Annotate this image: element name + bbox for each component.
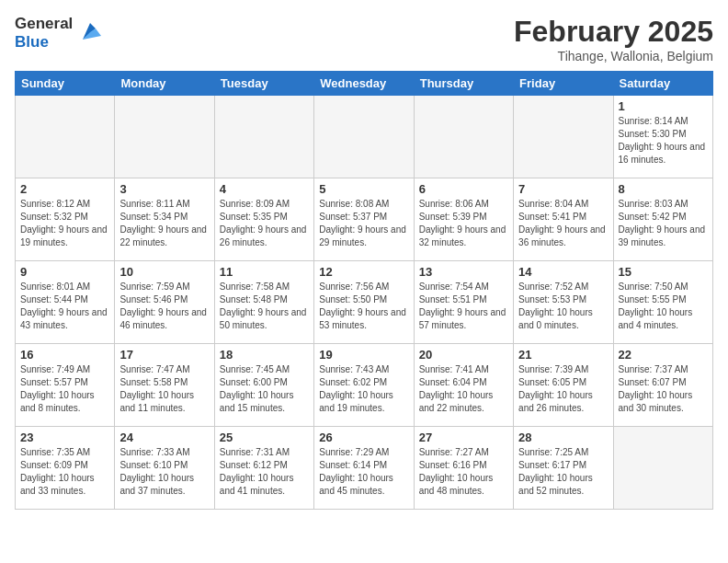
calendar-cell: 7Sunrise: 8:04 AM Sunset: 5:41 PM Daylig… [514,178,613,261]
calendar-cell: 13Sunrise: 7:54 AM Sunset: 5:51 PM Dayli… [414,261,513,344]
day-info: Sunrise: 7:52 AM Sunset: 5:53 PM Dayligh… [518,281,608,332]
day-number: 13 [419,265,508,279]
logo-general: General [15,15,73,33]
calendar-week-row: 23Sunrise: 7:35 AM Sunset: 6:09 PM Dayli… [16,427,713,510]
day-info: Sunrise: 8:06 AM Sunset: 5:39 PM Dayligh… [419,198,508,249]
day-number: 19 [319,348,408,362]
calendar-cell: 23Sunrise: 7:35 AM Sunset: 6:09 PM Dayli… [16,427,115,510]
day-info: Sunrise: 7:39 AM Sunset: 6:05 PM Dayligh… [518,363,608,415]
calendar-cell [613,427,712,510]
calendar-cell: 16Sunrise: 7:49 AM Sunset: 5:57 PM Dayli… [16,344,115,427]
calendar-week-row: 2Sunrise: 8:12 AM Sunset: 5:32 PM Daylig… [16,178,713,261]
calendar-cell [514,96,613,178]
day-number: 8 [619,182,708,196]
calendar-week-row: 1Sunrise: 8:14 AM Sunset: 5:30 PM Daylig… [16,96,713,178]
calendar-cell: 6Sunrise: 8:06 AM Sunset: 5:39 PM Daylig… [414,178,513,261]
calendar-cell: 15Sunrise: 7:50 AM Sunset: 5:55 PM Dayli… [613,261,712,344]
calendar-cell [314,96,414,178]
day-info: Sunrise: 7:31 AM Sunset: 6:12 PM Dayligh… [220,446,309,498]
day-info: Sunrise: 7:27 AM Sunset: 6:16 PM Dayligh… [419,446,508,498]
page-header: General Blue February 2025 Tihange, Wall… [15,15,713,63]
calendar-cell [214,96,313,178]
day-number: 17 [119,348,209,362]
day-info: Sunrise: 7:29 AM Sunset: 6:14 PM Dayligh… [319,446,408,498]
day-info: Sunrise: 7:56 AM Sunset: 5:50 PM Dayligh… [319,281,408,332]
day-info: Sunrise: 7:45 AM Sunset: 6:00 PM Dayligh… [220,363,309,415]
col-header-thursday: Thursday [414,72,513,96]
day-number: 26 [319,431,408,444]
day-number: 1 [619,99,708,113]
calendar-cell: 11Sunrise: 7:58 AM Sunset: 5:48 PM Dayli… [214,261,313,344]
day-info: Sunrise: 7:54 AM Sunset: 5:51 PM Dayligh… [419,281,508,332]
calendar-cell: 5Sunrise: 8:08 AM Sunset: 5:37 PM Daylig… [314,178,414,261]
day-info: Sunrise: 7:49 AM Sunset: 5:57 PM Dayligh… [20,363,109,415]
calendar-cell: 3Sunrise: 8:11 AM Sunset: 5:34 PM Daylig… [115,178,214,261]
day-number: 5 [319,182,408,196]
day-number: 25 [220,431,309,444]
calendar-cell: 26Sunrise: 7:29 AM Sunset: 6:14 PM Dayli… [314,427,414,510]
day-info: Sunrise: 8:09 AM Sunset: 5:35 PM Dayligh… [220,198,309,249]
day-number: 12 [319,265,408,279]
day-number: 20 [419,348,508,362]
day-info: Sunrise: 8:11 AM Sunset: 5:34 PM Dayligh… [119,198,209,249]
calendar-cell: 28Sunrise: 7:25 AM Sunset: 6:17 PM Dayli… [514,427,613,510]
day-info: Sunrise: 8:14 AM Sunset: 5:30 PM Dayligh… [619,115,708,167]
day-info: Sunrise: 7:59 AM Sunset: 5:46 PM Dayligh… [119,281,209,332]
calendar-cell: 12Sunrise: 7:56 AM Sunset: 5:50 PM Dayli… [314,261,414,344]
day-info: Sunrise: 8:08 AM Sunset: 5:37 PM Dayligh… [319,198,408,249]
title-block: February 2025 Tihange, Wallonia, Belgium [514,15,713,63]
calendar-cell: 2Sunrise: 8:12 AM Sunset: 5:32 PM Daylig… [16,178,115,261]
calendar-cell [414,96,513,178]
day-info: Sunrise: 7:25 AM Sunset: 6:17 PM Dayligh… [518,446,608,498]
col-header-saturday: Saturday [613,72,712,96]
calendar-cell: 18Sunrise: 7:45 AM Sunset: 6:00 PM Dayli… [214,344,313,427]
day-info: Sunrise: 7:37 AM Sunset: 6:07 PM Dayligh… [619,363,708,415]
day-number: 9 [20,265,109,279]
logo: General Blue [15,15,103,51]
calendar-cell: 17Sunrise: 7:47 AM Sunset: 5:58 PM Dayli… [115,344,214,427]
day-number: 10 [119,265,209,279]
day-number: 22 [619,348,708,362]
calendar-cell: 10Sunrise: 7:59 AM Sunset: 5:46 PM Dayli… [115,261,214,344]
day-number: 2 [20,182,109,196]
day-info: Sunrise: 7:33 AM Sunset: 6:10 PM Dayligh… [119,446,209,498]
day-number: 6 [419,182,508,196]
logo-icon [75,19,103,47]
col-header-sunday: Sunday [16,72,115,96]
calendar-cell [16,96,115,178]
day-number: 28 [518,431,608,444]
logo-blue: Blue [15,33,73,52]
calendar-table: SundayMondayTuesdayWednesdayThursdayFrid… [15,71,713,510]
col-header-wednesday: Wednesday [314,72,414,96]
day-info: Sunrise: 7:47 AM Sunset: 5:58 PM Dayligh… [119,363,209,415]
calendar-cell: 8Sunrise: 8:03 AM Sunset: 5:42 PM Daylig… [613,178,712,261]
calendar-cell: 21Sunrise: 7:39 AM Sunset: 6:05 PM Dayli… [514,344,613,427]
day-number: 27 [419,431,508,444]
day-info: Sunrise: 7:43 AM Sunset: 6:02 PM Dayligh… [319,363,408,415]
day-info: Sunrise: 8:01 AM Sunset: 5:44 PM Dayligh… [20,281,109,332]
calendar-cell: 27Sunrise: 7:27 AM Sunset: 6:16 PM Dayli… [414,427,513,510]
col-header-monday: Monday [115,72,214,96]
day-info: Sunrise: 7:35 AM Sunset: 6:09 PM Dayligh… [20,446,109,498]
calendar-cell: 14Sunrise: 7:52 AM Sunset: 5:53 PM Dayli… [514,261,613,344]
day-number: 24 [119,431,209,444]
calendar-week-row: 16Sunrise: 7:49 AM Sunset: 5:57 PM Dayli… [16,344,713,427]
day-number: 18 [220,348,309,362]
calendar-cell: 20Sunrise: 7:41 AM Sunset: 6:04 PM Dayli… [414,344,513,427]
col-header-tuesday: Tuesday [214,72,313,96]
location-subtitle: Tihange, Wallonia, Belgium [514,49,713,63]
day-info: Sunrise: 7:50 AM Sunset: 5:55 PM Dayligh… [619,281,708,332]
calendar-cell: 22Sunrise: 7:37 AM Sunset: 6:07 PM Dayli… [613,344,712,427]
day-info: Sunrise: 8:03 AM Sunset: 5:42 PM Dayligh… [619,198,708,249]
day-number: 15 [619,265,708,279]
day-info: Sunrise: 8:12 AM Sunset: 5:32 PM Dayligh… [20,198,109,249]
day-info: Sunrise: 8:04 AM Sunset: 5:41 PM Dayligh… [518,198,608,249]
day-number: 3 [119,182,209,196]
day-number: 4 [220,182,309,196]
day-number: 11 [220,265,309,279]
day-number: 7 [518,182,608,196]
day-number: 16 [20,348,109,362]
calendar-cell [115,96,214,178]
calendar-cell: 24Sunrise: 7:33 AM Sunset: 6:10 PM Dayli… [115,427,214,510]
calendar-week-row: 9Sunrise: 8:01 AM Sunset: 5:44 PM Daylig… [16,261,713,344]
